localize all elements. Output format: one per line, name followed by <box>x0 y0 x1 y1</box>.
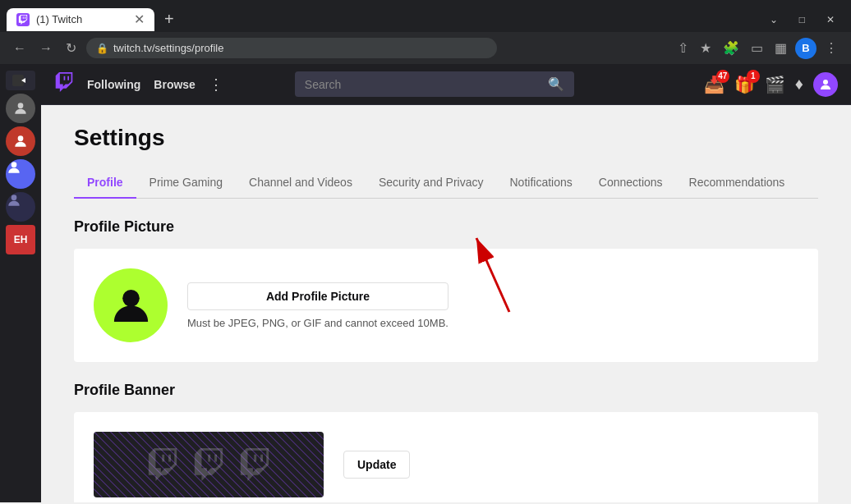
profile-picture-requirements: Must be JPEG, PNG, or GIF and cannot exc… <box>187 317 448 329</box>
tab-profile[interactable]: Profile <box>74 167 136 199</box>
prime-icon: ♦ <box>795 75 803 93</box>
sidebar-channel-4[interactable] <box>6 192 35 222</box>
nav-right-icons: 📥 47 🎁 1 🎬 ♦ <box>704 72 838 97</box>
banner-preview <box>94 432 324 497</box>
following-link[interactable]: Following <box>87 78 140 91</box>
profile-icon[interactable]: ▦ <box>771 37 790 59</box>
svg-point-7 <box>122 290 140 307</box>
profile-picture-info: Add Profile Picture Must be JPEG, PNG, o… <box>187 282 448 329</box>
settings-tabs: Profile Prime Gaming Channel and Videos … <box>74 167 818 199</box>
prime-button[interactable]: ♦ <box>795 75 803 94</box>
svg-point-2 <box>18 103 24 108</box>
window-controls: ⌄ □ ✕ <box>760 11 844 29</box>
profile-picture-card: Add Profile Picture Must be JPEG, PNG, o… <box>74 249 818 362</box>
twitch-app: EH Following Browse ⋮ 🔍 📥 <box>0 64 851 502</box>
tab-notifications[interactable]: Notifications <box>497 167 586 199</box>
sidebar-channel-1[interactable] <box>6 94 35 123</box>
profile-banner-heading: Profile Banner <box>74 382 818 399</box>
svg-point-6 <box>823 80 828 85</box>
tab-connections[interactable]: Connections <box>586 167 676 199</box>
bookmark-icon[interactable]: ★ <box>697 37 715 59</box>
svg-point-3 <box>18 135 24 141</box>
profile-banner-row: Update <box>94 432 798 497</box>
url-bar[interactable]: 🔒 twitch.tv/settings/profile <box>86 38 497 58</box>
gift-badge: 1 <box>747 70 760 83</box>
extensions-icon[interactable]: 🧩 <box>720 37 743 59</box>
add-profile-picture-button[interactable]: Add Profile Picture <box>187 282 448 310</box>
profile-picture-heading: Profile Picture <box>74 218 818 236</box>
close-window-button[interactable]: ✕ <box>816 11 844 29</box>
cast-icon[interactable]: ▭ <box>748 37 766 59</box>
user-avatar-button[interactable] <box>813 72 838 97</box>
tab-favicon <box>16 13 30 26</box>
notification-badge: 47 <box>716 70 729 83</box>
svg-point-5 <box>12 195 17 200</box>
sidebar-channel-2[interactable] <box>6 126 35 156</box>
notifications-button[interactable]: 📥 47 <box>704 75 724 94</box>
main-content: Following Browse ⋮ 🔍 📥 47 🎁 1 🎬 <box>41 64 851 502</box>
gifts-button[interactable]: 🎁 1 <box>734 75 755 94</box>
live-button[interactable] <box>6 71 35 90</box>
profile-picture-row: Add Profile Picture Must be JPEG, PNG, o… <box>94 268 798 342</box>
sidebar-channel-3[interactable] <box>6 159 35 189</box>
clips-button[interactable]: 🎬 <box>765 75 785 94</box>
settings-page: Settings Profile Prime Gaming Channel an… <box>41 105 851 502</box>
banner-actions: Update <box>343 451 410 479</box>
browse-link[interactable]: Browse <box>154 78 196 91</box>
tab-channel-and-videos[interactable]: Channel and Videos <box>236 167 366 199</box>
active-tab[interactable]: (1) Twitch ✕ <box>7 8 154 31</box>
clips-icon: 🎬 <box>765 76 785 94</box>
profile-picture-preview <box>94 268 168 342</box>
sidebar-channel-5[interactable]: EH <box>6 225 35 254</box>
new-tab-button[interactable]: + <box>158 7 181 32</box>
page-wrapper: Settings Profile Prime Gaming Channel an… <box>41 105 851 502</box>
minimize-button[interactable]: ⌄ <box>760 11 788 29</box>
address-bar: ← → ↻ 🔒 twitch.tv/settings/profile ⇧ ★ 🧩… <box>0 32 851 64</box>
left-sidebar: EH <box>0 64 41 502</box>
search-icon[interactable]: 🔍 <box>548 76 564 92</box>
browser-actions: ⇧ ★ 🧩 ▭ ▦ B ⋮ <box>674 37 841 59</box>
tab-recommendations[interactable]: Recommendations <box>676 167 798 199</box>
tab-close-button[interactable]: ✕ <box>134 13 145 26</box>
update-banner-button[interactable]: Update <box>343 451 410 479</box>
tab-title: (1) Twitch <box>36 13 127 25</box>
tab-security-and-privacy[interactable]: Security and Privacy <box>366 167 497 199</box>
top-navigation: Following Browse ⋮ 🔍 📥 47 🎁 1 🎬 <box>41 64 851 105</box>
twitch-logo[interactable] <box>54 72 74 96</box>
reload-button[interactable]: ↻ <box>62 37 80 59</box>
url-text: twitch.tv/settings/profile <box>113 42 223 54</box>
tab-prime-gaming[interactable]: Prime Gaming <box>136 167 236 199</box>
browser-chrome: (1) Twitch ✕ + ⌄ □ ✕ ← → ↻ 🔒 twitch.tv/s… <box>0 0 851 64</box>
lock-icon: 🔒 <box>96 43 108 54</box>
tab-bar: (1) Twitch ✕ + ⌄ □ ✕ <box>0 0 851 32</box>
search-bar[interactable]: 🔍 <box>295 71 574 97</box>
svg-point-4 <box>12 162 17 167</box>
forward-button[interactable]: → <box>36 38 56 59</box>
search-input[interactable] <box>305 78 541 91</box>
browser-profile-button[interactable]: B <box>795 38 816 59</box>
back-button[interactable]: ← <box>10 38 30 59</box>
twitch-logo-icon <box>54 72 74 96</box>
profile-banner-card: Update <box>74 412 818 502</box>
more-menu-button[interactable]: ⋮ <box>209 76 223 94</box>
page-title: Settings <box>74 125 818 151</box>
menu-icon[interactable]: ⋮ <box>821 37 841 59</box>
share-icon[interactable]: ⇧ <box>674 37 692 59</box>
maximize-button[interactable]: □ <box>789 11 815 29</box>
